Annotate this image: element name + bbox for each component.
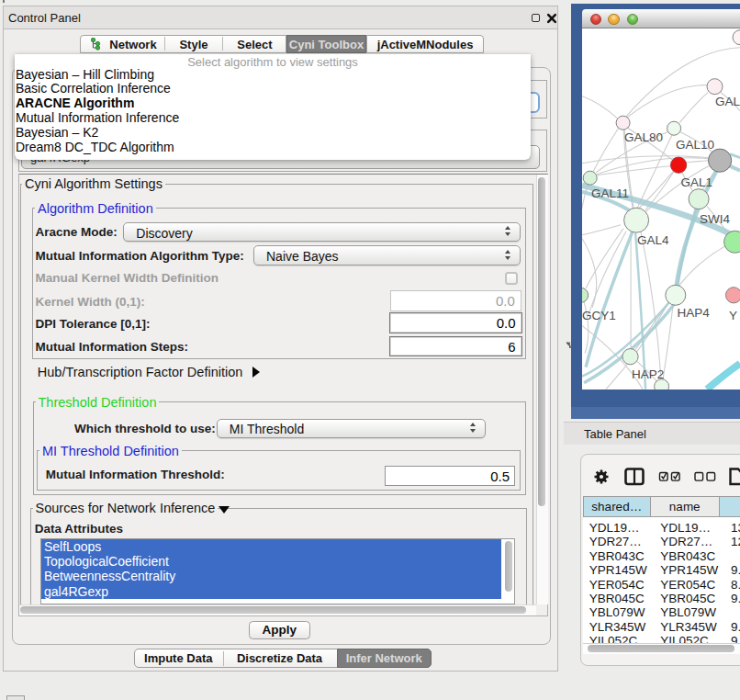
svg-text:GAL: GAL — [715, 95, 740, 108]
svg-text:GAL10: GAL10 — [676, 138, 714, 152]
svg-text:SWI4: SWI4 — [700, 212, 730, 226]
svg-text:GCY1: GCY1 — [582, 309, 616, 322]
svg-text:GAL80: GAL80 — [624, 130, 663, 144]
svg-text:GAL11: GAL11 — [591, 186, 629, 200]
svg-text:HAP4: HAP4 — [677, 306, 710, 320]
svg-text:Y: Y — [729, 309, 737, 322]
svg-text:GAL4: GAL4 — [637, 233, 669, 247]
svg-text:HAP2: HAP2 — [632, 367, 664, 381]
svg-text:GAL1: GAL1 — [680, 175, 712, 189]
